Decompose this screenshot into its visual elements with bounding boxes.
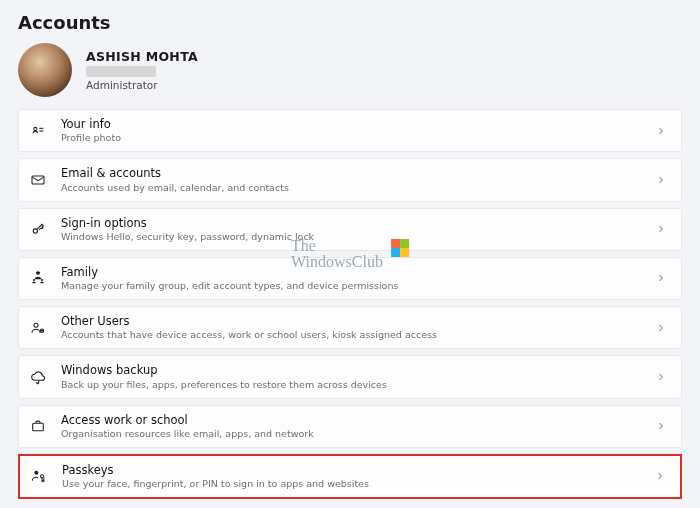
key-icon (29, 220, 47, 238)
other-users-icon (29, 319, 47, 337)
row-subtitle: Back up your files, apps, preferences to… (61, 379, 641, 391)
row-work-school[interactable]: Access work or school Organisation resou… (18, 405, 682, 448)
row-subtitle: Windows Hello, security key, password, d… (61, 231, 641, 243)
briefcase-icon (29, 417, 47, 435)
avatar (18, 43, 72, 97)
svg-point-0 (34, 127, 37, 130)
profile-email-redacted (86, 66, 156, 77)
row-title: Windows backup (61, 363, 641, 377)
passkey-icon (30, 467, 48, 485)
family-icon (29, 269, 47, 287)
row-subtitle: Manage your family group, edit account t… (61, 280, 641, 292)
chevron-right-icon (655, 322, 669, 334)
chevron-right-icon (655, 174, 669, 186)
row-other-users[interactable]: Other Users Accounts that have device ac… (18, 306, 682, 349)
row-title: Access work or school (61, 413, 641, 427)
row-title: Email & accounts (61, 166, 641, 180)
page-title: Accounts (0, 0, 700, 39)
chevron-right-icon (655, 420, 669, 432)
svg-point-5 (33, 279, 35, 281)
row-your-info[interactable]: Your info Profile photo (18, 109, 682, 152)
row-email-accounts[interactable]: Email & accounts Accounts used by email,… (18, 158, 682, 201)
settings-list: Your info Profile photo Email & accounts… (0, 109, 700, 499)
chevron-right-icon (655, 125, 669, 137)
row-title: Passkeys (62, 463, 640, 477)
profile-role: Administrator (86, 79, 198, 91)
row-title: Your info (61, 117, 641, 131)
svg-point-7 (34, 323, 38, 327)
row-subtitle: Organisation resources like email, apps,… (61, 428, 641, 440)
row-title: Sign-in options (61, 216, 641, 230)
svg-rect-3 (32, 176, 44, 184)
svg-point-6 (41, 279, 43, 281)
row-subtitle: Accounts used by email, calendar, and co… (61, 182, 641, 194)
svg-point-4 (33, 229, 37, 233)
row-title: Other Users (61, 314, 641, 328)
row-subtitle: Use your face, fingerprint, or PIN to si… (62, 478, 640, 490)
chevron-right-icon (655, 371, 669, 383)
chevron-right-icon (654, 470, 668, 482)
profile-header: ASHISH MOHTA Administrator (0, 39, 700, 109)
svg-point-12 (34, 471, 38, 475)
row-windows-backup[interactable]: Windows backup Back up your files, apps,… (18, 355, 682, 398)
svg-point-13 (40, 475, 43, 478)
profile-name: ASHISH MOHTA (86, 49, 198, 64)
row-subtitle: Profile photo (61, 132, 641, 144)
person-card-icon (29, 122, 47, 140)
row-subtitle: Accounts that have device access, work o… (61, 329, 641, 341)
row-family[interactable]: Family Manage your family group, edit ac… (18, 257, 682, 300)
chevron-right-icon (655, 223, 669, 235)
svg-rect-11 (33, 423, 44, 430)
backup-icon (29, 368, 47, 386)
email-icon (29, 171, 47, 189)
row-title: Family (61, 265, 641, 279)
row-passkeys[interactable]: Passkeys Use your face, fingerprint, or … (18, 454, 682, 499)
chevron-right-icon (655, 272, 669, 284)
row-signin-options[interactable]: Sign-in options Windows Hello, security … (18, 208, 682, 251)
